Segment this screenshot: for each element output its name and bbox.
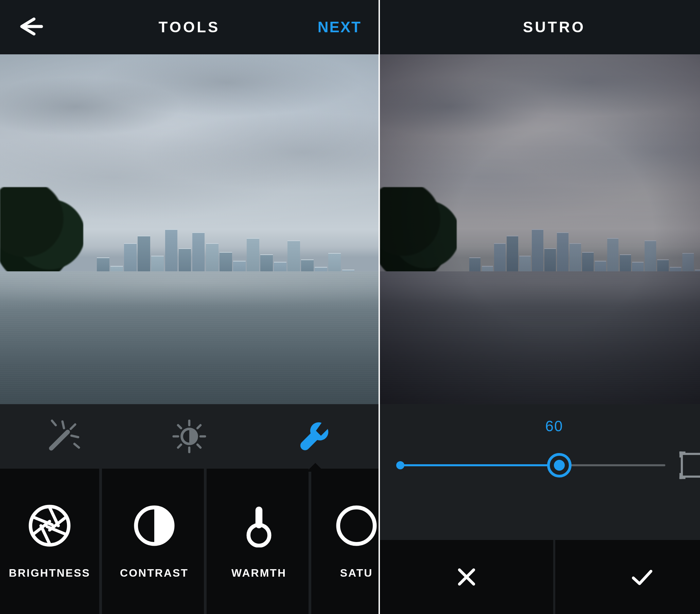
header: TOOLS NEXT (0, 0, 378, 54)
saturation-icon (334, 504, 378, 548)
photo-preview[interactable] (0, 54, 378, 404)
contrast-icon (132, 504, 176, 548)
svg-line-14 (197, 425, 200, 428)
svg-point-20 (338, 507, 375, 544)
slider-thumb[interactable] (547, 453, 572, 477)
tool-label: SATU (340, 567, 373, 579)
tools-row[interactable]: BRIGHTNESS CONTRAST WARMTH (0, 469, 378, 614)
cancel-button[interactable] (380, 540, 555, 614)
tool-contrast[interactable]: CONTRAST (105, 469, 207, 614)
magic-wand-icon (45, 418, 82, 455)
svg-line-12 (178, 425, 181, 428)
svg-line-6 (52, 421, 56, 425)
svg-line-15 (178, 445, 181, 448)
tab-tools[interactable] (295, 416, 336, 457)
svg-line-4 (62, 421, 64, 428)
wrench-icon (297, 418, 334, 455)
svg-rect-23 (679, 452, 682, 458)
svg-line-2 (71, 424, 75, 429)
photo-preview[interactable] (380, 54, 700, 404)
next-button[interactable]: NEXT (318, 19, 362, 36)
tool-brightness[interactable]: BRIGHTNESS (0, 469, 102, 614)
lux-icon (171, 418, 208, 455)
tab-auto-enhance[interactable] (43, 416, 84, 457)
svg-point-16 (30, 506, 69, 545)
frame-toggle[interactable] (678, 450, 700, 480)
svg-line-13 (197, 445, 200, 448)
aperture-icon (27, 504, 72, 548)
back-button[interactable] (17, 16, 44, 38)
arrow-left-icon (17, 16, 44, 37)
filter-strength-panel: 60 (380, 404, 700, 540)
header: SUTRO (380, 0, 700, 54)
svg-line-3 (71, 436, 78, 437)
frame-icon (678, 450, 700, 480)
tool-warmth[interactable]: WARMTH (209, 469, 311, 614)
svg-line-5 (74, 444, 79, 448)
screen-tools: TOOLS NEXT (0, 0, 380, 614)
filter-strength-slider[interactable] (400, 453, 665, 477)
header-title: TOOLS (159, 19, 220, 36)
thermometer-icon (237, 504, 281, 548)
edit-mode-tabs (0, 404, 378, 469)
tool-label: CONTRAST (120, 567, 189, 579)
screen-filter-strength: SUTRO (380, 0, 700, 614)
confirm-button[interactable] (555, 540, 700, 614)
header-title: SUTRO (523, 19, 586, 36)
tool-label: BRIGHTNESS (9, 567, 90, 579)
check-icon (628, 565, 655, 589)
tool-label: WARMTH (232, 567, 286, 579)
svg-line-1 (51, 432, 67, 448)
close-icon (455, 565, 478, 589)
confirm-bar (380, 540, 700, 614)
svg-rect-21 (682, 454, 700, 477)
svg-rect-27 (679, 473, 682, 479)
tool-saturation[interactable]: SATU (314, 469, 378, 614)
slider-value-label: 60 (400, 418, 700, 435)
tab-lux[interactable] (169, 416, 210, 457)
